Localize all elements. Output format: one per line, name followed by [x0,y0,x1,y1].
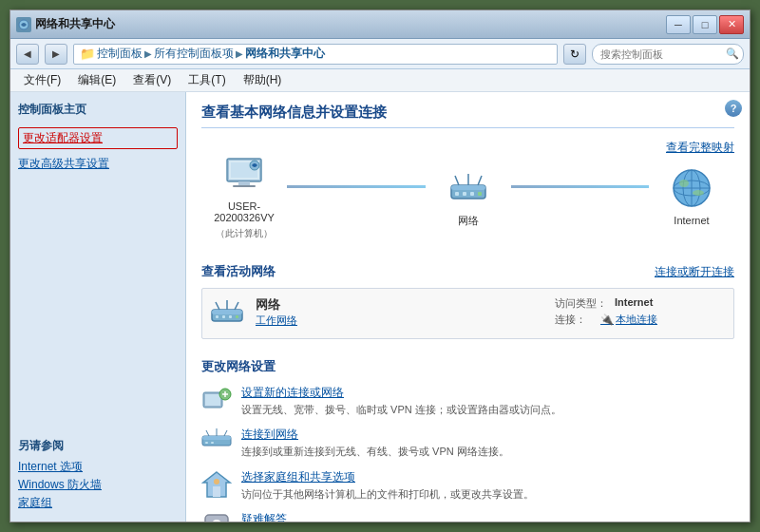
svg-rect-3 [238,181,250,185]
help-button[interactable]: ? [725,100,742,117]
search-button[interactable]: 🔍 [725,47,740,62]
address-path[interactable]: 📁 控制面板 ▶ 所有控制面板项 ▶ 网络和共享中心 [73,44,558,65]
also-see-section: 另请参阅 Internet 选项 Windows 防火墙 家庭组 [18,438,178,512]
network-line-1 [287,185,426,188]
address-bar: ◀ ▶ 📁 控制面板 ▶ 所有控制面板项 ▶ 网络和共享中心 ↻ 🔍 [10,39,750,69]
homegroup-link[interactable]: 选择家庭组和共享选项 [241,469,734,485]
svg-line-15 [478,176,482,185]
network-props: 访问类型： Internet 连接： 🔌 本地连接 [555,296,726,327]
svg-rect-28 [236,315,238,318]
search-wrap: 🔍 [592,44,744,65]
sidebar-section-title: 控制面板主页 [18,102,178,118]
svg-line-41 [206,430,209,436]
svg-line-43 [224,430,227,436]
path-segment-1: 控制面板 [97,46,142,62]
connection-icon: 🔌 [600,314,614,326]
change-item-3: ? 疑难解答 [201,511,734,522]
menu-edit[interactable]: 编辑(E) [70,70,124,90]
main-window: 网络和共享中心 ─ □ ✕ ◀ ▶ 📁 控制面板 ▶ 所有控制面板项 ▶ 网络和… [10,10,750,522]
menu-help[interactable]: 帮助(H) [236,70,290,90]
sidebar-link-homegroup[interactable]: 家庭组 [18,494,178,512]
svg-rect-24 [212,310,242,314]
refresh-button[interactable]: ↻ [563,44,586,65]
svg-rect-26 [222,315,225,318]
access-type-label: 访问类型： [555,296,607,311]
refresh-icon: ↻ [570,48,580,61]
access-type-value: Internet [615,296,653,311]
connection-row: 连接： 🔌 本地连接 [555,313,726,327]
node-computer-label: USER-20200326VY [201,200,287,223]
search-input[interactable] [592,44,744,65]
page-title: 查看基本网络信息并设置连接 [201,104,734,128]
change-text-1: 连接到网络 连接到或重新连接到无线、有线、拨号或 VPN 网络连接。 [241,427,734,459]
path-segment-3: 网络和共享中心 [245,46,325,62]
active-network-header: 查看活动网络 连接或断开连接 [201,263,734,280]
svg-rect-12 [478,192,482,196]
menu-tools[interactable]: 工具(T) [180,70,233,90]
change-section-title: 更改网络设置 [201,352,734,375]
window-title: 网络和共享中心 [35,16,115,32]
title-controls: ─ □ ✕ [666,15,744,34]
forward-button[interactable]: ▶ [45,44,67,65]
title-bar-left: 网络和共享中心 [16,16,115,32]
svg-point-21 [679,180,689,187]
sidebar-link-sharing[interactable]: 更改高级共享设置 [18,155,178,173]
sidebar-link-firewall[interactable]: Windows 防火墙 [18,476,178,494]
svg-rect-8 [451,185,485,190]
close-button[interactable]: ✕ [719,15,744,34]
sidebar-link-internet-options[interactable]: Internet 选项 [18,458,178,476]
connection-link[interactable]: 🔌 本地连接 [600,313,657,327]
svg-text:?: ? [212,517,222,522]
change-item-1: 连接到网络 连接到或重新连接到无线、有线、拨号或 VPN 网络连接。 [201,427,734,459]
svg-point-22 [693,190,704,196]
computer-icon [221,151,267,197]
connection-label: 连接： [555,313,593,327]
network-hub-icon [446,164,491,210]
svg-rect-40 [211,442,214,444]
change-item-2: 选择家庭组和共享选项 访问位于其他网络计算机上的文件和打印机，或更改共享设置。 [201,469,734,502]
change-text-2: 选择家庭组和共享选项 访问位于其他网络计算机上的文件和打印机，或更改共享设置。 [241,469,734,502]
node-network: 网络 [426,164,511,228]
svg-line-29 [216,302,219,310]
menu-view[interactable]: 查看(V) [125,70,179,90]
new-connection-link[interactable]: 设置新的连接或网络 [241,385,734,401]
main-area: 控制面板主页 更改适配器设置 更改高级共享设置 另请参阅 Internet 选项… [10,92,750,522]
change-text-3: 疑难解答 [241,511,734,522]
connect-network-icon [201,427,232,457]
menu-bar: 文件(F) 编辑(E) 查看(V) 工具(T) 帮助(H) [10,69,750,92]
minimize-button[interactable]: ─ [666,15,691,34]
network-type-link[interactable]: 工作网络 [256,314,543,328]
back-button[interactable]: ◀ [16,44,39,65]
also-see-title: 另请参阅 [18,438,178,454]
svg-rect-46 [214,479,219,484]
svg-rect-39 [205,442,208,444]
folder-icon: 📁 [80,47,95,61]
menu-file[interactable]: 文件(F) [16,70,68,90]
change-item-0: 设置新的连接或网络 设置无线、宽带、拨号、临时或 VPN 连接；或设置路由器或访… [201,385,734,417]
homegroup-icon [201,469,232,500]
svg-rect-33 [205,394,220,406]
new-connection-icon [201,385,232,415]
path-arrow-2: ▶ [236,48,243,59]
node-computer-sublabel: （此计算机） [216,227,273,240]
view-full-map-link[interactable]: 查看完整映射 [666,141,734,154]
disconnect-link[interactable]: 连接或断开连接 [655,264,734,280]
svg-line-31 [235,302,238,310]
network-line-2 [511,185,650,188]
troubleshoot-link[interactable]: 疑难解答 [241,511,734,522]
connect-network-link[interactable]: 连接到网络 [241,427,734,443]
maximize-button[interactable]: □ [693,15,717,34]
svg-rect-27 [229,315,232,318]
svg-rect-9 [455,192,459,196]
sidebar-link-adapter[interactable]: 更改适配器设置 [18,127,178,149]
title-bar: 网络和共享中心 ─ □ ✕ [10,10,750,39]
active-network-title: 查看活动网络 [201,263,276,280]
connection-link-text: 本地连接 [616,313,657,327]
svg-rect-45 [213,486,220,497]
svg-rect-4 [233,185,256,187]
svg-rect-10 [463,192,466,196]
network-info: 网络 工作网络 [256,296,543,328]
path-arrow-1: ▶ [144,48,152,59]
access-type-row: 访问类型： Internet [555,296,726,311]
homegroup-desc: 访问位于其他网络计算机上的文件和打印机，或更改共享设置。 [241,487,734,502]
